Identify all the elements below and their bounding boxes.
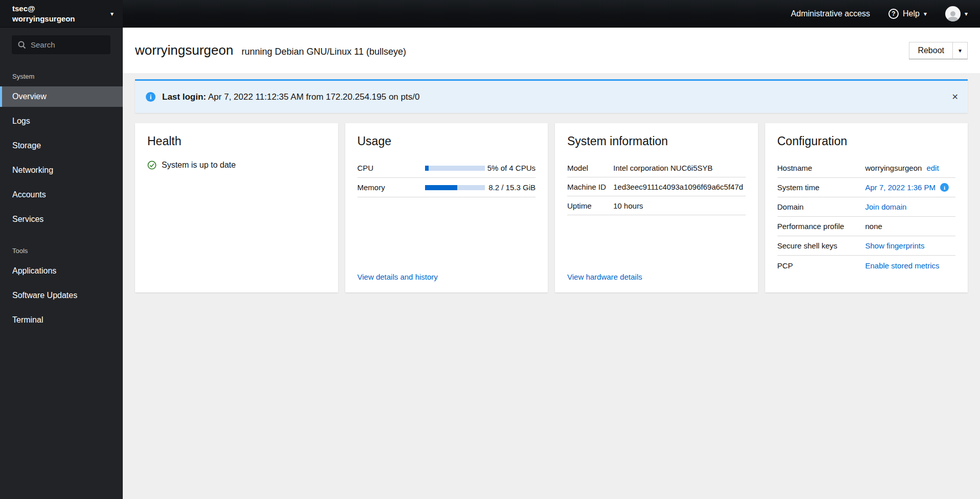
nav-item-label: Overview bbox=[12, 92, 47, 101]
edit-hostname-link[interactable]: edit bbox=[926, 164, 939, 172]
user-host: worryingsurgeon bbox=[12, 14, 75, 24]
config-row-pcp: PCP Enable stored metrics bbox=[777, 256, 956, 275]
card-gallery: Health System is up to date Usage CPU 5%… bbox=[135, 123, 968, 292]
chevron-down-icon: ▾ bbox=[965, 11, 968, 17]
health-card: Health System is up to date bbox=[135, 123, 338, 292]
sidebar-item-overview[interactable]: Overview bbox=[0, 86, 123, 107]
nav-section-title: System bbox=[0, 73, 123, 80]
performance-profile-value: none bbox=[865, 222, 882, 231]
card-title: Configuration bbox=[777, 134, 956, 148]
usage-label: CPU bbox=[358, 164, 425, 172]
sidebar-item-terminal[interactable]: Terminal bbox=[0, 310, 123, 330]
page-title: worryingsurgeon bbox=[135, 42, 233, 58]
last-login-alert: i Last login: Apr 7, 2022 11:12:35 AM fr… bbox=[135, 79, 968, 113]
info-icon: i bbox=[146, 92, 155, 102]
config-row-system-time: System time Apr 7, 2022 1:36 PM i bbox=[777, 178, 956, 197]
alert-text: Last login: Apr 7, 2022 11:12:35 AM from… bbox=[162, 92, 419, 102]
enable-stored-metrics-link[interactable]: Enable stored metrics bbox=[865, 261, 940, 270]
help-label: Help bbox=[903, 9, 920, 18]
main-column: Administrative access ? Help ▾ ▾ worryin… bbox=[123, 0, 980, 499]
sidebar-item-software-updates[interactable]: Software Updates bbox=[0, 285, 123, 306]
sysinfo-label: Machine ID bbox=[567, 183, 613, 191]
sidebar-item-networking[interactable]: Networking bbox=[0, 160, 123, 180]
config-label: Hostname bbox=[777, 164, 865, 172]
view-details-history-link[interactable]: View details and history bbox=[358, 273, 536, 281]
masthead: Administrative access ? Help ▾ ▾ bbox=[123, 0, 980, 28]
sysinfo-row-uptime: Uptime 10 hours bbox=[567, 196, 746, 215]
nav-item-label: Accounts bbox=[12, 190, 46, 199]
alert-message: Apr 7, 2022 11:12:35 AM from 172.20.254.… bbox=[208, 92, 420, 102]
sysinfo-row-machine-id: Machine ID 1ed3eec9111c4093a1096f69a6c5f… bbox=[567, 177, 746, 196]
nav-section-system: System Overview Logs Storage Networking … bbox=[0, 73, 123, 234]
view-hardware-details-link[interactable]: View hardware details bbox=[567, 273, 746, 281]
nav-item-label: Logs bbox=[12, 117, 30, 126]
config-row-hostname: Hostname worryingsurgeon edit bbox=[777, 158, 956, 178]
health-status-text: System is up to date bbox=[162, 161, 236, 170]
sidebar-item-accounts[interactable]: Accounts bbox=[0, 185, 123, 205]
nav-section-tools: Tools Applications Software Updates Term… bbox=[0, 247, 123, 334]
config-label: PCP bbox=[777, 261, 865, 270]
nav-item-label: Networking bbox=[12, 166, 53, 175]
config-label: Domain bbox=[777, 202, 865, 211]
chevron-down-icon: ▾ bbox=[924, 11, 927, 17]
chevron-down-icon: ▾ bbox=[959, 48, 962, 54]
usage-row-cpu: CPU 5% of 4 CPUs bbox=[358, 158, 536, 178]
usage-card: Usage CPU 5% of 4 CPUs Memory 8.2 / 15.3… bbox=[345, 123, 548, 292]
config-row-secure-shell-keys: Secure shell keys Show fingerprints bbox=[777, 236, 956, 256]
help-icon: ? bbox=[888, 9, 899, 19]
cpu-progress-bar bbox=[425, 166, 485, 171]
user-account: tsec@ bbox=[12, 4, 75, 14]
search-input[interactable] bbox=[31, 40, 104, 49]
configuration-card: Configuration Hostname worryingsurgeon e… bbox=[765, 123, 968, 292]
sysinfo-value: 1ed3eec9111c4093a1096f69a6c5f47d bbox=[613, 183, 746, 191]
health-status-row: System is up to date bbox=[147, 161, 326, 170]
check-circle-icon bbox=[147, 161, 157, 170]
close-icon[interactable]: ✕ bbox=[952, 92, 959, 102]
usage-value: 8.2 / 15.3 GiB bbox=[485, 183, 536, 192]
hostname-value: worryingsurgeon bbox=[865, 164, 922, 172]
nav-item-label: Services bbox=[12, 215, 43, 224]
nav-item-label: Applications bbox=[12, 266, 56, 276]
os-release-label: running Debian GNU/Linux 11 (bullseye) bbox=[241, 47, 406, 57]
card-title: Health bbox=[147, 134, 326, 148]
sidebar: tsec@ worryingsurgeon ▾ System Overview … bbox=[0, 0, 123, 499]
card-title: Usage bbox=[358, 134, 536, 148]
sysinfo-label: Uptime bbox=[567, 201, 613, 210]
chevron-down-icon: ▾ bbox=[110, 11, 114, 17]
sysinfo-value: Intel corporation NUC6i5SYB bbox=[613, 164, 746, 172]
nav-section-title: Tools bbox=[0, 247, 123, 255]
alert-title: Last login: bbox=[162, 92, 206, 102]
join-domain-link[interactable]: Join domain bbox=[865, 202, 907, 211]
sysinfo-value: 10 hours bbox=[613, 201, 746, 210]
sidebar-item-services[interactable]: Services bbox=[0, 209, 123, 230]
config-row-domain: Domain Join domain bbox=[777, 197, 956, 217]
memory-progress-bar bbox=[425, 185, 485, 190]
search-icon bbox=[18, 41, 26, 49]
nav-item-label: Terminal bbox=[12, 315, 43, 325]
sidebar-search[interactable] bbox=[12, 35, 110, 54]
usage-value: 5% of 4 CPUs bbox=[485, 164, 536, 172]
nav-item-label: Software Updates bbox=[12, 291, 77, 300]
nav-item-label: Storage bbox=[12, 141, 41, 150]
reboot-menu-toggle[interactable]: ▾ bbox=[952, 42, 968, 59]
sysinfo-label: Model bbox=[567, 164, 613, 172]
help-menu[interactable]: ? Help ▾ bbox=[888, 9, 927, 19]
host-switcher[interactable]: tsec@ worryingsurgeon ▾ bbox=[0, 0, 123, 28]
overview-content: i Last login: Apr 7, 2022 11:12:35 AM fr… bbox=[123, 73, 980, 499]
config-row-performance-profile: Performance profile none bbox=[777, 217, 956, 236]
page-header: worryingsurgeon running Debian GNU/Linux… bbox=[123, 28, 980, 73]
system-time-link[interactable]: Apr 7, 2022 1:36 PM bbox=[865, 183, 936, 192]
session-menu[interactable]: ▾ bbox=[945, 6, 968, 21]
sidebar-item-storage[interactable]: Storage bbox=[0, 135, 123, 156]
sidebar-item-logs[interactable]: Logs bbox=[0, 111, 123, 131]
system-information-card: System information Model Intel corporati… bbox=[555, 123, 758, 292]
sidebar-item-applications[interactable]: Applications bbox=[0, 261, 123, 281]
reboot-button[interactable]: Reboot bbox=[909, 42, 952, 59]
reboot-split-button: Reboot ▾ bbox=[909, 42, 968, 59]
config-label: System time bbox=[777, 183, 865, 192]
show-fingerprints-link[interactable]: Show fingerprints bbox=[865, 241, 925, 250]
config-label: Performance profile bbox=[777, 222, 865, 231]
avatar bbox=[945, 6, 961, 21]
info-icon[interactable]: i bbox=[940, 183, 949, 192]
admin-access-label[interactable]: Administrative access bbox=[791, 9, 870, 18]
